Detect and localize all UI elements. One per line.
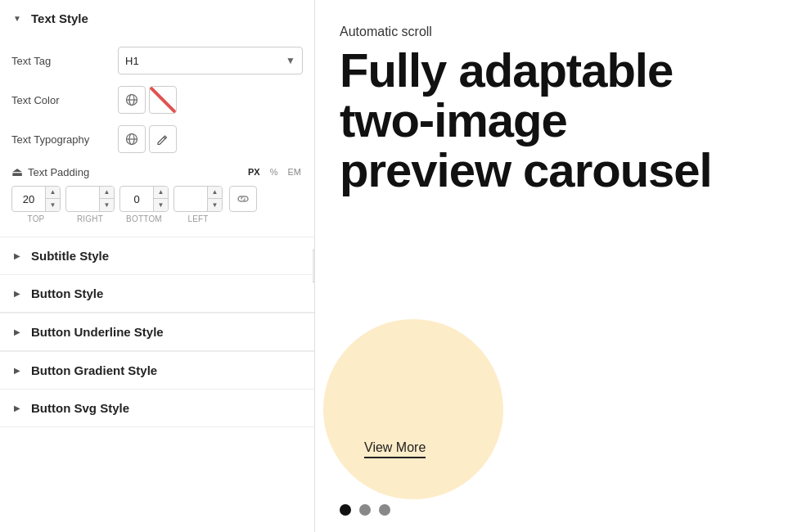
button-gradient-style-title: Button Gradient Style [31,363,157,377]
dropdown-arrow-icon: ▼ [286,55,295,66]
padding-bottom-up[interactable]: ▲ [153,186,168,199]
carousel-title-line1: Fully adaptable [340,46,768,96]
padding-right-spinner-btns: ▲ ▼ [99,186,114,212]
subtitle-style-title: Subtitle Style [31,249,109,263]
button-underline-style-title: Button Underline Style [31,325,164,339]
text-style-arrow-icon: ▼ [11,13,23,25]
svg-line-3 [150,87,176,113]
text-color-custom-btn[interactable] [149,86,177,114]
padding-link-btn[interactable] [229,186,257,212]
carousel-dots [340,504,390,516]
left-panel: ▼ Text Style Text Tag H1 ▼ Text Color [0,0,315,532]
carousel-dot-3[interactable] [379,504,390,516]
padding-right-spinner[interactable]: ▲ ▼ [65,186,115,212]
text-color-row: Text Color [11,86,303,114]
padding-top-input[interactable] [12,187,45,211]
padding-right-label: RIGHT [77,214,103,223]
button-style-title: Button Style [31,286,103,300]
unit-px[interactable]: PX [246,165,262,178]
text-color-controls [118,86,177,114]
text-color-label: Text Color [11,94,118,106]
padding-left-spinner[interactable]: ▲ ▼ [173,186,223,212]
padding-left-group: ▲ ▼ LEFT [173,186,223,223]
padding-left-spinner-btns: ▲ ▼ [207,186,222,212]
text-style-title: Text Style [31,11,88,25]
text-padding-section: ⏏ Text Padding PX % EM ▲ ▼ [11,165,303,223]
padding-left-up[interactable]: ▲ [207,186,222,199]
padding-left-down[interactable]: ▼ [207,199,222,212]
text-typography-edit-btn[interactable] [149,125,177,153]
padding-bottom-group: ▲ ▼ BOTTOM [119,186,169,223]
button-svg-style-arrow-icon: ▶ [11,403,23,414]
padding-top-down[interactable]: ▼ [45,199,60,212]
padding-top-label: TOP [28,214,45,223]
padding-right-group: ▲ ▼ RIGHT [65,186,115,223]
padding-bottom-input[interactable] [120,187,153,211]
carousel-title-line3: preview carousel [340,146,768,196]
padding-right-down[interactable]: ▼ [99,199,114,212]
text-padding-label: ⏏ Text Padding [11,165,246,179]
carousel-title-line2: two-image [340,96,768,146]
right-panel: Automatic scroll Fully adaptable two-ima… [315,0,793,532]
text-tag-value: H1 [125,55,286,67]
padding-right-up[interactable]: ▲ [99,186,114,199]
auto-scroll-label: Automatic scroll [340,25,768,39]
padding-bottom-spinner-btns: ▲ ▼ [153,186,168,212]
padding-bottom-spinner[interactable]: ▲ ▼ [119,186,169,212]
monitor-icon: ⏏ [11,165,23,179]
padding-top-spinner[interactable]: ▲ ▼ [11,186,61,212]
view-more-button[interactable]: View More [364,440,426,458]
button-svg-style-title: Button Svg Style [31,401,129,415]
circle-decoration [323,319,503,499]
padding-top-group: ▲ ▼ TOP [11,186,61,223]
button-underline-style-section-header[interactable]: ▶ Button Underline Style [0,313,314,351]
padding-bottom-down[interactable]: ▼ [153,199,168,212]
button-svg-style-section-header[interactable]: ▶ Button Svg Style [0,390,314,427]
text-typography-row: Text Typography [11,125,303,153]
button-underline-style-arrow-icon: ▶ [11,327,23,338]
preview-content: Automatic scroll Fully adaptable two-ima… [315,0,793,532]
padding-inputs-row: ▲ ▼ TOP ▲ ▼ RIGHT [11,186,303,223]
text-typography-global-btn[interactable] [118,125,146,153]
text-tag-row: Text Tag H1 ▼ [11,47,303,74]
carousel-dot-1[interactable] [340,504,351,516]
button-style-section-header[interactable]: ▶ Button Style [0,275,314,313]
padding-bottom-label: BOTTOM [126,214,162,223]
text-typography-controls [118,125,177,153]
text-tag-label: Text Tag [11,55,118,67]
button-gradient-style-arrow-icon: ▶ [11,365,23,376]
text-tag-dropdown[interactable]: H1 ▼ [118,47,303,74]
carousel-dot-2[interactable] [359,504,371,516]
text-style-section-header[interactable]: ▼ Text Style [0,0,314,37]
unit-em[interactable]: EM [286,165,304,178]
padding-left-input[interactable] [174,187,207,211]
unit-percent[interactable]: % [268,165,280,178]
padding-top-spinner-btns: ▲ ▼ [45,186,60,212]
button-gradient-style-section-header[interactable]: ▶ Button Gradient Style [0,352,314,390]
unit-tabs: PX % EM [246,165,303,178]
text-padding-header: ⏏ Text Padding PX % EM [11,165,303,179]
padding-right-input[interactable] [66,187,99,211]
subtitle-style-section-header[interactable]: ▶ Subtitle Style [0,237,314,275]
text-color-global-btn[interactable] [118,86,146,114]
text-style-content: Text Tag H1 ▼ Text Color [0,37,314,237]
padding-left-label: LEFT [187,214,208,223]
button-style-arrow-icon: ▶ [11,288,23,300]
text-typography-label: Text Typography [11,133,118,146]
padding-top-up[interactable]: ▲ [45,186,60,199]
subtitle-style-arrow-icon: ▶ [11,250,23,262]
